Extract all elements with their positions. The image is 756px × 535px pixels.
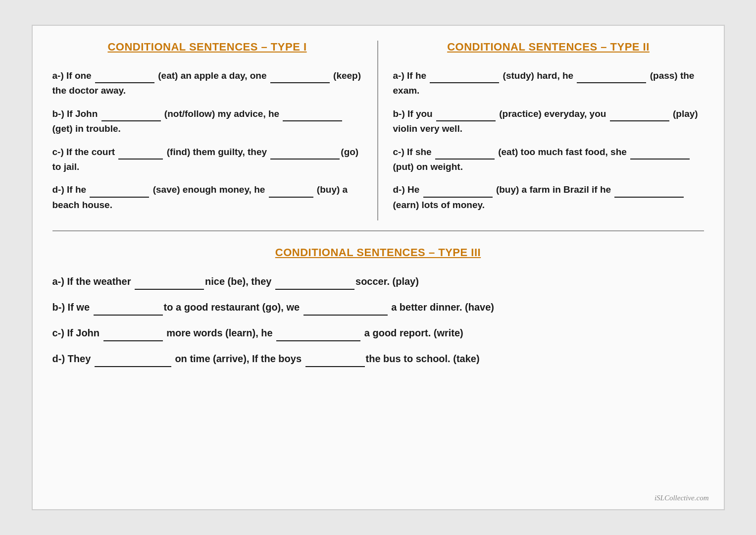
sentence-2d: d-) He (buy) a farm in Brazil if he (ear… [393, 182, 704, 213]
blank-3a1[interactable] [135, 288, 204, 290]
title-type3: CONDITIONAL SENTENCES – TYPE III [52, 246, 704, 259]
blank-2b2[interactable] [610, 119, 669, 121]
blank-1d1[interactable] [90, 196, 149, 198]
col-type1: CONDITIONAL SENTENCES – TYPE I a-) If on… [52, 41, 378, 220]
blank-1a1[interactable] [95, 81, 154, 83]
blank-3c2[interactable] [276, 339, 360, 341]
sentence-1c: c-) If the court (find) them guilty, the… [52, 145, 362, 175]
sentence-1a: a-) If one (eat) an apple a day, one (ke… [52, 68, 362, 99]
blank-2d1[interactable] [423, 196, 493, 198]
sentence-3b: b-) If we to a good restaurant (go), we … [52, 299, 704, 316]
blank-1b2[interactable] [283, 119, 342, 121]
blank-1b1[interactable] [101, 119, 161, 121]
sentence-1d: d-) If he (save) enough money, he (buy) … [52, 182, 362, 213]
blank-1a2[interactable] [270, 81, 330, 83]
blank-3c1[interactable] [103, 339, 163, 341]
blank-1d2[interactable] [269, 196, 313, 198]
blank-3d2[interactable] [305, 365, 365, 367]
sentence-3c: c-) If John more words (learn), he a goo… [52, 324, 704, 341]
title-type2: CONDITIONAL SENTENCES – TYPE II [393, 41, 704, 54]
sentence-2c: c-) If she (eat) too much fast food, she… [393, 145, 704, 175]
blank-2c2[interactable] [630, 158, 690, 160]
blank-1c1[interactable] [118, 158, 163, 160]
sentence-3d: d-) They on time (arrive), If the boys t… [52, 350, 704, 367]
watermark: iSLCollective.com [655, 494, 709, 502]
blank-1c2[interactable] [270, 158, 340, 160]
sentence-1b: b-) If John (not/follow) my advice, he (… [52, 107, 362, 137]
sentence-2a: a-) If he (study) hard, he (pass) the ex… [393, 68, 704, 99]
worksheet: CONDITIONAL SENTENCES – TYPE I a-) If on… [32, 25, 725, 510]
blank-2a2[interactable] [577, 81, 646, 83]
title-type1: CONDITIONAL SENTENCES – TYPE I [52, 41, 362, 54]
blank-2d2[interactable] [614, 196, 684, 198]
bottom-section: CONDITIONAL SENTENCES – TYPE III a-) If … [52, 241, 704, 367]
col-type2: CONDITIONAL SENTENCES – TYPE II a-) If h… [378, 41, 704, 220]
blank-3b2[interactable] [303, 314, 388, 316]
blank-3b1[interactable] [94, 314, 163, 316]
blank-2a1[interactable] [430, 81, 499, 83]
blank-2c1[interactable] [435, 158, 495, 160]
blank-3d1[interactable] [95, 365, 171, 367]
blank-2b1[interactable] [436, 119, 496, 121]
blank-3a2[interactable] [275, 288, 354, 290]
sentence-2b: b-) If you (practice) everyday, you (pla… [393, 107, 704, 137]
top-section: CONDITIONAL SENTENCES – TYPE I a-) If on… [52, 41, 704, 231]
sentence-3a: a-) If the weather nice (be), they socce… [52, 273, 704, 290]
